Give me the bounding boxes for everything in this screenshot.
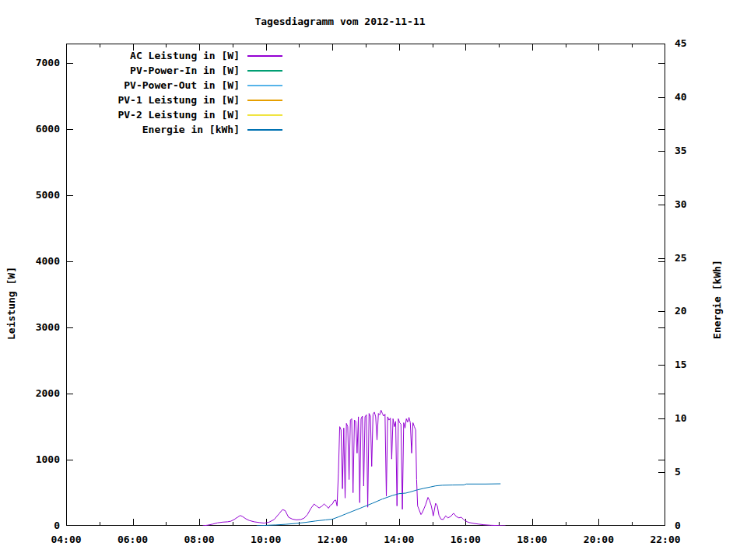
x-tick-label: 10:00 [235, 534, 297, 546]
chart-title: Tagesdiagramm vom 2012-11-11 [254, 16, 425, 27]
legend-line-sample [247, 114, 282, 116]
legend-item: PV-1 Leistung in [W] [70, 93, 282, 107]
left-tick-label: 1000 [0, 453, 60, 466]
legend-label: Energie in [kWh] [70, 124, 240, 135]
left-tick-label: 5000 [0, 189, 60, 201]
legend-label: AC Leistung in [W] [70, 50, 240, 61]
x-tick-label: 16:00 [434, 534, 496, 546]
left-tick-label: 6000 [0, 123, 60, 135]
right-tick-label: 20 [675, 305, 687, 317]
right-tick-label: 5 [675, 466, 681, 478]
right-tick-label: 15 [675, 359, 687, 371]
right-tick-label: 10 [675, 412, 687, 425]
legend-label: PV-Power-In in [W] [70, 65, 240, 76]
left-tick-label: 2000 [0, 387, 60, 400]
right-tick-label: 30 [675, 198, 687, 211]
right-tick-label: 35 [675, 145, 687, 157]
legend-item: PV-Power-Out in [W] [70, 78, 282, 93]
legend-line-sample [247, 85, 282, 86]
legend-item: PV-2 Leistung in [W] [70, 107, 282, 122]
legend-item: PV-Power-In in [W] [70, 63, 282, 78]
x-tick-label: 20:00 [567, 534, 630, 546]
legend-item: Energie in [kWh] [70, 122, 282, 137]
x-tick-label: 08:00 [168, 534, 230, 546]
right-tick-label: 0 [675, 520, 681, 532]
right-tick-label: 45 [675, 37, 687, 50]
x-tick-label: 04:00 [35, 534, 97, 546]
x-tick-label: 22:00 [634, 534, 696, 546]
legend-label: PV-1 Leistung in [W] [70, 94, 240, 106]
right-axis-title: Energie [kWh] [711, 260, 723, 339]
x-tick-label: 18:00 [501, 534, 563, 546]
left-tick-label: 3000 [0, 321, 60, 334]
legend-label: PV-Power-Out in [W] [70, 79, 240, 91]
series-line-ac-leistung-in-w [202, 410, 505, 526]
legend-line-sample [247, 100, 282, 101]
right-tick-label: 40 [675, 91, 687, 103]
x-tick-label: 14:00 [368, 534, 430, 546]
legend-line-sample [247, 129, 282, 131]
right-tick-label: 25 [675, 252, 687, 264]
left-tick-label: 0 [0, 520, 60, 532]
legend: AC Leistung in [W]PV-Power-In in [W]PV-P… [70, 48, 282, 137]
legend-line-sample [247, 70, 282, 72]
legend-item: AC Leistung in [W] [70, 48, 282, 63]
legend-line-sample [247, 55, 282, 57]
legend-label: PV-2 Leistung in [W] [70, 109, 240, 121]
left-tick-label: 4000 [0, 255, 60, 268]
left-tick-label: 7000 [0, 57, 60, 69]
chart-canvas: Tagesdiagramm vom 2012-11-11 Leistung [W… [0, 0, 747, 560]
x-tick-label: 12:00 [301, 534, 363, 546]
x-tick-label: 06:00 [102, 534, 164, 546]
